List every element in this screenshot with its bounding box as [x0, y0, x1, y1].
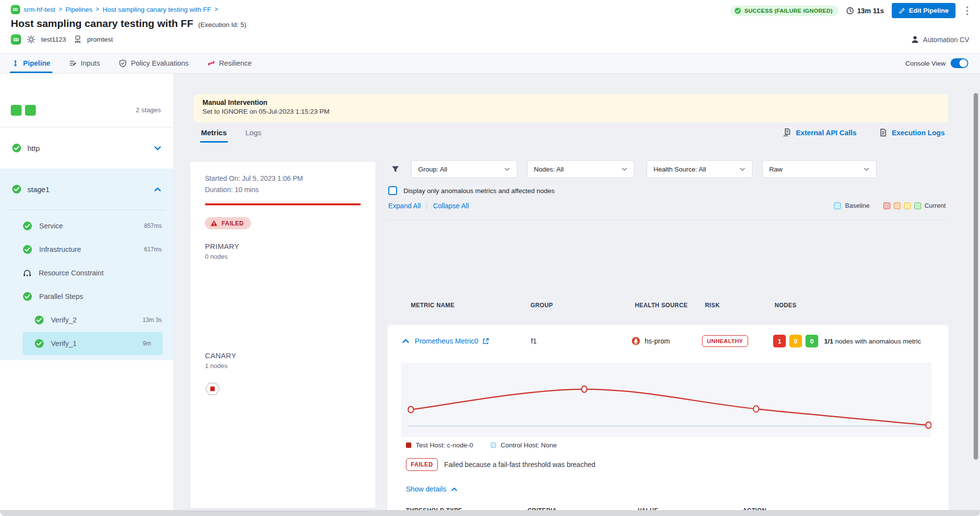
chevron-down-icon: [863, 166, 870, 172]
chevron-up-icon: [451, 486, 458, 493]
breadcrumb-pipeline[interactable]: Host sampling canary testing with FF: [102, 6, 211, 13]
success-check-icon: [23, 292, 32, 301]
data-view-dropdown[interactable]: Raw: [762, 160, 877, 178]
collapse-metric-chevron-icon[interactable]: [402, 337, 410, 345]
sidebar-step-infrastructure[interactable]: Infrastructure 617ms: [0, 238, 174, 261]
stages-header: 2 stages: [0, 74, 174, 127]
chevron-down-icon: [739, 166, 746, 172]
success-check-icon: [12, 184, 22, 194]
monitored-service-name[interactable]: promtest: [87, 36, 113, 43]
stage-chip[interactable]: [25, 105, 36, 116]
main-tabbar: Pipeline Inputs Policy Evaluations Resil…: [0, 53, 980, 74]
failure-message-row: FAILED Failed because a fail-fast thresh…: [406, 458, 595, 471]
sidebar-step-service[interactable]: Service 857ms: [0, 214, 174, 238]
baseline-swatch: [834, 202, 841, 209]
current-swatch-red: [883, 202, 890, 209]
inputs-icon: [69, 59, 77, 67]
more-options-menu-icon[interactable]: [963, 4, 971, 17]
sidebar-stage-http[interactable]: http: [0, 127, 174, 169]
unhealthy-node-count: 1: [773, 335, 786, 347]
show-details-link[interactable]: Show details: [406, 485, 458, 493]
test-host-swatch: [406, 442, 411, 448]
status-badge: SUCCESS (FAILURE IGNORED): [730, 5, 838, 16]
stage-chip[interactable]: [11, 105, 22, 116]
canary-node-hexagon-icon[interactable]: [205, 381, 220, 396]
pipeline-meta: test1123 promtest: [11, 34, 113, 45]
tab-policy-evaluations[interactable]: Policy Evaluations: [119, 53, 189, 73]
current-swatch-orange: [894, 202, 901, 209]
user-name: Automation CV: [923, 36, 969, 44]
shield-check-icon: [119, 59, 127, 68]
verification-summary-card: Started On: Jul 5, 2023 1:06 PM Duration…: [190, 162, 376, 508]
success-check-icon: [23, 245, 32, 254]
failed-badge: FAILED: [406, 458, 438, 471]
chevron-up-icon[interactable]: [153, 185, 162, 194]
tab-metrics[interactable]: Metrics: [201, 128, 227, 143]
success-check-icon: [12, 143, 22, 153]
vertical-scrollbar[interactable]: [974, 93, 978, 460]
canary-label: CANARY: [205, 351, 361, 360]
sidebar-step-verify-2[interactable]: Verify_2 13m 3s: [0, 308, 174, 332]
tab-inputs[interactable]: Inputs: [69, 53, 101, 73]
verify-step-panel: Manual Intervention Set to IGNORE on 05-…: [174, 74, 980, 516]
expand-all-link[interactable]: Expand All: [388, 202, 421, 210]
metric-line-chart[interactable]: [401, 363, 931, 437]
content-area: 2 stages http stage1 Service 857ms: [0, 74, 980, 516]
control-host-swatch: [491, 442, 496, 448]
expand-collapse-links: Expand All Collapse All: [388, 202, 469, 210]
primary-node-count: 0 nodes: [205, 253, 361, 260]
metric-health-source: hs-prom: [631, 337, 670, 345]
external-link-icon[interactable]: [482, 338, 489, 344]
chevron-down-icon: [621, 166, 628, 172]
edit-pipeline-button[interactable]: Edit Pipeline: [892, 3, 955, 18]
sidebar-stage-stage1[interactable]: stage1: [0, 169, 174, 210]
harness-service-icon: [11, 34, 21, 45]
sidebar-step-verify-1[interactable]: Verify_1 9m: [23, 332, 163, 355]
healthy-node-count: 0: [805, 335, 818, 347]
nodes-summary: 1/1 nodes with anomalous metric: [824, 338, 921, 345]
metric-name-link[interactable]: Prometheus Metric0: [415, 337, 489, 345]
group-filter-dropdown[interactable]: Group: All: [411, 160, 517, 178]
window-bottom-edge: [0, 510, 980, 516]
progress-bar-failed: [205, 203, 361, 205]
tab-resilience[interactable]: Resilience: [207, 53, 252, 73]
app-window: srm-hf-test > Pipelines > Host sampling …: [0, 0, 980, 516]
nodes-filter-dropdown[interactable]: Nodes: All: [527, 160, 634, 178]
success-check-icon: [34, 339, 44, 348]
tab-logs[interactable]: Logs: [246, 128, 262, 143]
baseline-label: Baseline: [845, 202, 870, 209]
console-view-label: Console View: [905, 60, 946, 67]
monitored-service-icon: [74, 35, 82, 44]
canary-node-count: 1 nodes: [205, 362, 361, 369]
clock-icon: [846, 7, 854, 15]
page-title: Host sampling canary testing with FF: [11, 18, 193, 29]
breadcrumb-separator: >: [96, 6, 99, 13]
tab-pipeline[interactable]: Pipeline: [12, 53, 50, 73]
current-label: Current: [925, 202, 946, 209]
stage-chips: [11, 105, 36, 116]
sidebar-step-resource-constraint[interactable]: Resource Constraint: [0, 261, 174, 285]
collapse-all-link[interactable]: Collapse All: [433, 202, 469, 210]
service-name[interactable]: test1123: [41, 36, 66, 43]
breadcrumb-pipelines[interactable]: Pipelines: [66, 6, 93, 13]
anomalous-metrics-checkbox[interactable]: [388, 186, 397, 195]
metric-chart-area: [401, 363, 931, 437]
chevron-down-icon[interactable]: [153, 144, 162, 152]
metrics-logs-tabs: Metrics Logs: [201, 128, 261, 143]
gear-icon: [26, 35, 36, 44]
metric-card: Prometheus Metric0 f1 hs-prom UNHEALTHY …: [387, 325, 949, 516]
console-view-toggle[interactable]: [951, 58, 968, 68]
test-host-legend: Test Host: c-node-0: [406, 442, 473, 449]
breadcrumb-project[interactable]: srm-hf-test: [24, 6, 55, 13]
metrics-region: Group: All Nodes: All Health Source: All…: [387, 74, 949, 516]
success-check-icon: [23, 221, 32, 231]
baseline-current-legend: Baseline Current: [834, 202, 946, 209]
filter-funnel-icon[interactable]: [391, 165, 400, 173]
chaos-icon: [207, 59, 215, 67]
stages-count: 2 stages: [136, 106, 161, 114]
sidebar-step-parallel-steps[interactable]: Parallel Steps: [0, 285, 174, 308]
health-source-filter-dropdown[interactable]: Health Source: All: [647, 160, 753, 178]
breadcrumb: srm-hf-test > Pipelines > Host sampling …: [11, 4, 218, 15]
chart-legend: Test Host: c-node-0 Control Host: None: [406, 442, 557, 449]
metric-row[interactable]: Prometheus Metric0 f1 hs-prom UNHEALTHY …: [387, 325, 949, 357]
